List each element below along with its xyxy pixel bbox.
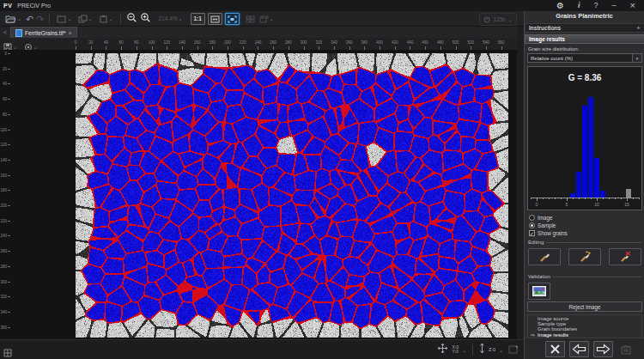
fit-screen-button[interactable] [225, 13, 240, 25]
paste-icon [99, 11, 108, 27]
histogram-excluded-bar [626, 189, 631, 198]
h-ruler-label: 60 [115, 40, 127, 45]
chevron-down-icon: ⌄ [88, 16, 93, 21]
h-ruler-label: 480 [434, 40, 447, 45]
undo-button[interactable]: ↶ [26, 15, 33, 23]
h-ruler-label: 240 [252, 40, 264, 45]
actual-size-button[interactable]: 1:1 [191, 13, 205, 25]
step-label: Grain boundaries [538, 326, 577, 332]
zoom-out-button[interactable] [126, 11, 137, 27]
chevron-down-icon[interactable]: ⌄ [462, 347, 466, 353]
image-viewport: 0204060801001201401601802002202402602803… [0, 50, 517, 339]
x-axis-tick-label: 15 [623, 202, 631, 207]
x-axis-tick-label: 10 [592, 202, 601, 207]
instructions-section-header[interactable]: Instructions + [525, 23, 644, 33]
file-icon [15, 29, 22, 37]
h-ruler-label: 180 [206, 40, 218, 45]
h-ruler-label: 160 [191, 40, 204, 45]
fit-screen-icon [228, 11, 237, 27]
distribution-dropdown[interactable]: Relative count (%) ▾ [527, 53, 642, 63]
histogram-bar [588, 97, 593, 198]
v-ruler-label: 260 [0, 249, 7, 253]
draw-boundary-button[interactable] [528, 248, 561, 265]
finish-report-icon [621, 344, 633, 359]
h-ruler-label: 540 [480, 40, 492, 45]
select-region-button[interactable]: ⌄ [55, 10, 73, 27]
chevron-down-icon[interactable]: ⌄ [499, 347, 503, 353]
validation-image-button[interactable] [528, 283, 550, 300]
z-coordinate: Z:0 [489, 347, 495, 352]
radio-image[interactable]: Image [529, 214, 641, 222]
minimize-icon[interactable]: – [612, 2, 617, 9]
acquisition-time-select: 125s ⌄ [479, 13, 517, 26]
cancel-x-icon [550, 344, 561, 355]
info-icon[interactable]: i [578, 2, 580, 9]
horizontal-ruler: 0204060801001201401601802002202402602803… [0, 38, 517, 50]
expand-plus-icon[interactable]: + [636, 24, 641, 32]
cancel-button[interactable] [545, 341, 565, 357]
delete-boundary-button[interactable] [609, 248, 641, 265]
arrow-right-icon [596, 344, 611, 355]
h-ruler-label: 100 [146, 40, 158, 45]
brush-arrow-icon [579, 251, 592, 263]
histogram-bar [600, 191, 605, 198]
chevron-down-icon: ⌄ [508, 17, 513, 22]
radio-icon[interactable] [529, 215, 535, 221]
display-options: ImageSampleShow grains [529, 214, 641, 237]
image-thumbnail-icon [532, 286, 546, 296]
settings-gear-icon[interactable]: ⚙ [556, 2, 564, 9]
tab-scroll-left-button[interactable]: < [3, 29, 7, 35]
zoom-in-button[interactable] [140, 11, 151, 27]
v-ruler-label: 80 [0, 113, 7, 117]
merge-boundary-button[interactable] [568, 248, 601, 265]
validation-section: Validation [528, 274, 641, 279]
editing-section: Editing [528, 240, 641, 245]
dropdown-arrow-icon[interactable]: ▾ [632, 54, 641, 62]
checkbox-icon[interactable] [529, 230, 535, 236]
micrograph-image[interactable] [76, 53, 508, 338]
v-ruler-label: 60 [0, 97, 7, 101]
h-ruler-label: 0 [70, 40, 82, 45]
close-icon[interactable]: × [630, 2, 635, 9]
radio-icon[interactable] [529, 222, 535, 228]
fit-width-icon [210, 11, 220, 27]
next-button[interactable] [593, 341, 613, 357]
window-layout-button[interactable]: ⌄ [258, 10, 276, 27]
grid-overlay-button[interactable] [3, 345, 12, 359]
h-ruler-label: 320 [313, 40, 325, 45]
distribution-value: Relative count (%) [531, 56, 632, 61]
zoom-level-select[interactable]: 214.4% ⌄ [157, 15, 185, 22]
redo-button[interactable]: ↷ [36, 15, 44, 23]
image-results-section-header[interactable]: Image results [525, 34, 644, 44]
brush-icon [538, 251, 551, 263]
v-ruler-label: 180 [0, 188, 7, 192]
window-layout-icon [259, 11, 269, 27]
h-ruler-label: 20 [85, 40, 97, 45]
v-ruler-label: 300 [0, 280, 7, 284]
checkbox-show-grains[interactable]: Show grains [529, 229, 641, 237]
paste-button[interactable]: ⌄ [97, 10, 115, 27]
reject-image-button[interactable]: Reject Image [527, 301, 642, 312]
h-ruler-label: 560 [495, 40, 507, 45]
back-button[interactable] [569, 341, 589, 357]
chevron-down-icon: ⌄ [17, 16, 21, 21]
radio-sample[interactable]: Sample [529, 222, 641, 229]
one-to-one-label: 1:1 [193, 15, 201, 21]
v-ruler-label: 200 [0, 204, 7, 208]
snapshot-icon [508, 342, 519, 357]
fit-width-button[interactable] [208, 13, 222, 25]
document-tabbar: < FerriteGrains.tif* × [0, 27, 517, 39]
open-file-button[interactable]: ⌄ [3, 10, 23, 27]
h-ruler-label: 340 [328, 40, 340, 45]
help-icon[interactable]: ? [594, 2, 598, 9]
tab-label: FerriteGrains.tif* [25, 30, 65, 36]
h-ruler-label: 120 [161, 40, 173, 45]
tab-ferritegrains[interactable]: FerriteGrains.tif* × [10, 27, 76, 38]
h-ruler-label: 460 [419, 40, 431, 45]
v-ruler-label: 120 [0, 143, 7, 147]
tab-close-icon[interactable]: × [68, 30, 71, 36]
copy-button[interactable]: ⌄ [76, 10, 94, 27]
current-step-arrow-icon: ⇨ [528, 332, 538, 338]
v-ruler-label: 280 [0, 265, 7, 269]
grid-view-button[interactable] [246, 11, 255, 27]
